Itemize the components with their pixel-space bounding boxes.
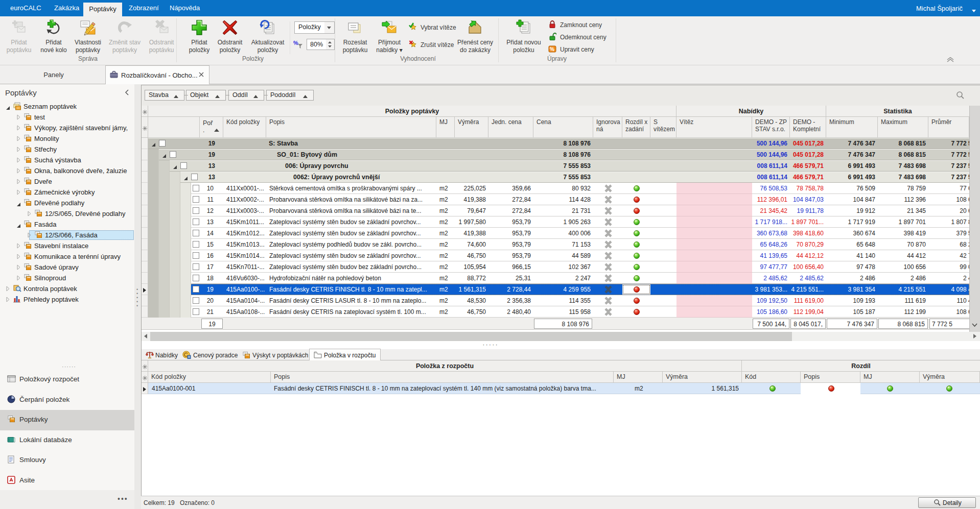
svg-text:%: % (550, 46, 554, 52)
svg-text:%: % (293, 40, 298, 46)
